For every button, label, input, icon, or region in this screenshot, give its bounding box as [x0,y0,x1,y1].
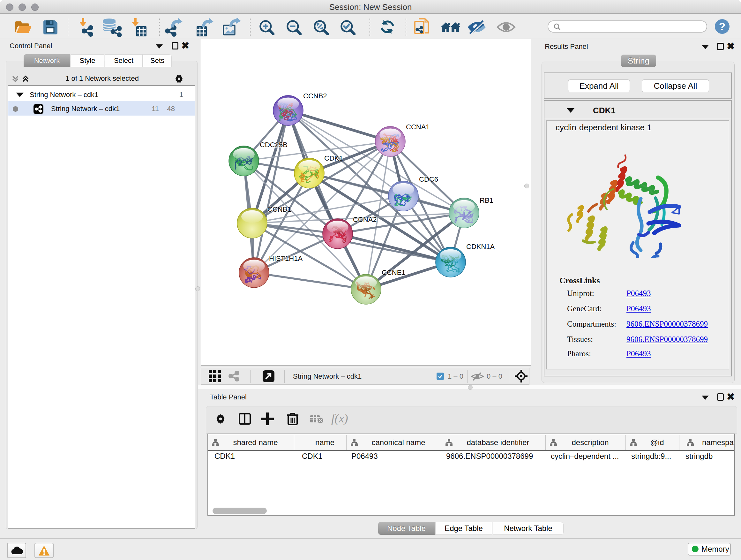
svg-text:CCNA1: CCNA1 [406,123,430,131]
svg-text:CCNA2: CCNA2 [353,215,377,224]
svg-text:CCNB1: CCNB1 [267,205,291,213]
svg-text:CDC25B: CDC25B [260,141,287,149]
svg-text:HIST1H1A: HIST1H1A [269,254,302,262]
svg-text:CDKN1A: CDKN1A [466,243,495,251]
svg-text:CCNB2: CCNB2 [303,92,327,100]
svg-text:RB1: RB1 [480,196,493,204]
svg-text:CCNE1: CCNE1 [382,268,406,276]
svg-text:CDC6: CDC6 [419,175,438,183]
svg-text:CDK1: CDK1 [324,154,343,162]
